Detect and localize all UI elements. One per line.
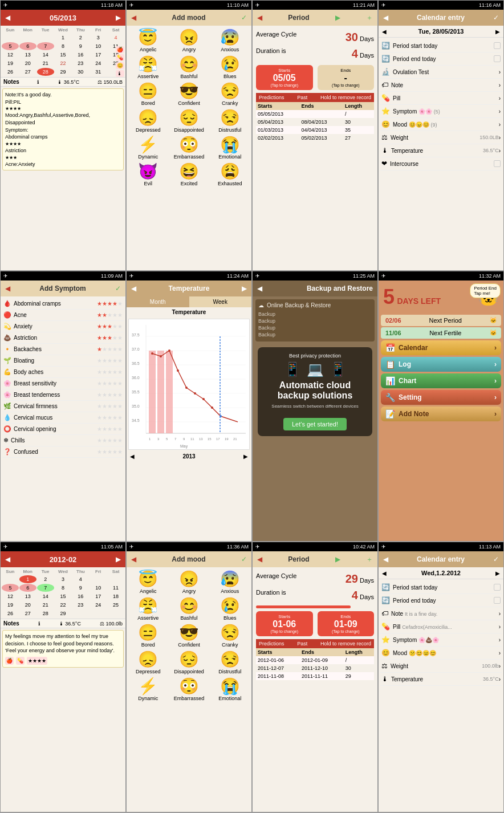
tab-week[interactable]: Week: [189, 296, 252, 307]
status-bar-r1c4: ✈ 11:16 AM: [379, 1, 503, 10]
mood-dynamic[interactable]: ⚡Dynamic: [129, 135, 168, 160]
get-started-btn[interactable]: Let's get started!: [283, 418, 347, 430]
mood2-depressed[interactable]: 😞Depressed: [129, 650, 168, 674]
mood-bored[interactable]: 😑Bored: [129, 82, 168, 106]
symptom-cervical-open[interactable]: ⭕ Cervical opening ★★★★★: [2, 424, 124, 435]
symptom-breast-sens[interactable]: 🌸 Breast sensitivity ★★★★★: [2, 378, 124, 389]
mood2-dynamic[interactable]: ⚡Dynamic: [129, 677, 168, 701]
mood-emotional[interactable]: 😭Emotional: [210, 135, 249, 160]
mood2-disappointed[interactable]: 😔Disappointed: [170, 650, 209, 674]
mood-grid-r3c2: 😇Angelic 😠Angry 😰Anxious 😤Assertive 😊Bas…: [127, 567, 251, 704]
svg-point-27: [211, 407, 213, 409]
header-r1c1: ◀ 05/2013 ▶: [1, 10, 125, 26]
entry-period-start[interactable]: 🔄 Period start today: [380, 39, 502, 52]
entry2-period-start[interactable]: 🔄 Period start today: [380, 581, 502, 594]
header-r2c3: ◀ Backup and Restore: [253, 281, 377, 296]
symptom-abdominal[interactable]: 🩸 Abdominal cramps ★★★★★: [2, 298, 124, 310]
header-r2c2: ◀ Temperature ▶: [127, 281, 251, 296]
header-r1c3: ◀ Period ▶ ＋: [253, 10, 377, 26]
next-period-row[interactable]: 02/06 Next Period 🐱: [381, 315, 501, 326]
nav-calendar[interactable]: 📅 Calendar ›: [381, 340, 501, 355]
nav-chart[interactable]: 📊 Chart ›: [381, 373, 501, 388]
symptom-bloating[interactable]: 🌱 Bloating ★★★★★: [2, 355, 124, 367]
nav-addnote[interactable]: 📝 Add Note ›: [381, 407, 501, 421]
entry2-temperature[interactable]: 🌡 Temperature 36.5°C ›: [380, 673, 502, 686]
entry-intercourse[interactable]: ❤ Intercourse: [380, 157, 502, 170]
mood-embarrassed[interactable]: 😳Embarrassed: [170, 135, 209, 160]
starts-date-box-2[interactable]: Starts 01-06 (Tap to change): [256, 611, 313, 636]
cell-r2c4: ✈ 11:32 AM 5 DAYS LEFT 🐱 Period EndTap m…: [378, 271, 504, 542]
ends-date-box-2[interactable]: Ends 01-09 (Tap to change): [318, 611, 375, 636]
symptom-bodyaches[interactable]: 💪 Body aches ★★★★★: [2, 367, 124, 378]
mood-confident[interactable]: 😎Confident: [170, 82, 209, 106]
svg-text:13: 13: [199, 437, 203, 441]
mood-cranky[interactable]: 😒Cranky: [210, 82, 249, 106]
symptom-cervical-mucus[interactable]: 💧 Cervical mucus ★★★★★: [2, 412, 124, 424]
mood2-angelic[interactable]: 😇Angelic: [129, 570, 168, 594]
entry2-note[interactable]: 🏷 Note It is a fine day. ›: [380, 607, 502, 620]
mood2-emotional[interactable]: 😭Emotional: [210, 677, 249, 701]
entry-pill[interactable]: 💊 Pill ›: [380, 92, 502, 105]
symptom-confused[interactable]: ❓ Confused ★★★★★: [2, 446, 124, 458]
mood-assertive[interactable]: 😤Assertive: [129, 55, 168, 79]
mood2-embarrassed[interactable]: 😳Embarrassed: [170, 677, 209, 701]
svg-text:34.5: 34.5: [132, 418, 140, 422]
cell-r1c4: ✈ 11:16 AM ◀ Calendar entry ✓ ◀ Tue, 28/…: [378, 0, 504, 271]
entry-symptom[interactable]: ⭐ Symptom 🌸🌸 (5) ›: [380, 105, 502, 118]
nav-log[interactable]: 📋 Log ›: [381, 357, 501, 372]
mood-evil[interactable]: 😈Evil: [129, 162, 168, 186]
symptom-backaches[interactable]: 🔸 Backaches ★★★★★: [2, 344, 124, 355]
symptom-anxiety[interactable]: 💫 Anxiety ★★★★★: [2, 321, 124, 332]
mood-anxious[interactable]: 😰Anxious: [210, 28, 249, 52]
period-end-bubble[interactable]: Period EndTap me!: [470, 283, 501, 298]
entry-period-end[interactable]: 🔄 Period end today: [380, 52, 502, 66]
side-icons: 🍎 💊 😊 🌡: [116, 46, 124, 77]
cell-r2c3: ✈ 11:25 AM ◀ Backup and Restore ☁ Online…: [252, 271, 378, 542]
entry-mood[interactable]: 😊 Mood 😊😠😊 (9) ›: [380, 118, 502, 131]
header-r3c3: ◀ Period ▶ ＋: [253, 551, 377, 567]
mood-depressed[interactable]: 😞Depressed: [129, 108, 168, 133]
mood-grid-r1c2: 😇Angelic 😠Angry 😰Anxious 😤Assertive 😊Bas…: [127, 26, 251, 189]
mood2-anxious[interactable]: 😰Anxious: [210, 570, 249, 594]
symptom-cervical-firm[interactable]: 🌿 Cervical firmness ★★★★★: [2, 401, 124, 412]
entry2-symptom[interactable]: ⭐ Symptom 🌸💩🌸 ›: [380, 633, 502, 647]
mood-angelic[interactable]: 😇Angelic: [129, 28, 168, 52]
entry2-period-end[interactable]: 🔄 Period end today: [380, 594, 502, 607]
svg-text:17: 17: [216, 437, 220, 441]
entry2-mood[interactable]: 😊 Mood 😕😊😐😊 ›: [380, 647, 502, 660]
mood2-cranky[interactable]: 😒Cranky: [210, 623, 249, 648]
entry-ovulation[interactable]: 🔬 Ovulation Test ›: [380, 66, 502, 79]
header-r3c1: ◀ 2012-02 ▶: [1, 551, 125, 567]
next-fertile-row[interactable]: 11/06 Next Fertile 🐱: [381, 327, 501, 339]
mood2-assertive[interactable]: 😤Assertive: [129, 596, 168, 621]
symptom-chills[interactable]: ❄ Chills ★★★★★: [2, 435, 124, 446]
header-r1c2: ◀ Add mood ✓: [127, 10, 251, 26]
entry-weight[interactable]: ⚖ Weight 150.0LB ›: [380, 131, 502, 144]
symptom-breast-tend[interactable]: 🌸 Breast tenderness ★★★★★: [2, 389, 124, 401]
mood-blues[interactable]: 😢Blues: [210, 55, 249, 79]
mood2-bored[interactable]: 😑Bored: [129, 623, 168, 648]
symptom-acne[interactable]: 🔴 Acne ★★★★★: [2, 310, 124, 321]
mood2-bashful[interactable]: 😊Bashful: [170, 596, 209, 621]
svg-text:37.5: 37.5: [132, 333, 140, 337]
mood-excited[interactable]: 😆Excited: [170, 162, 209, 186]
tab-month[interactable]: Month: [127, 296, 189, 307]
mood-distrustful[interactable]: 😒Distrustful: [210, 108, 249, 133]
mood2-blues[interactable]: 😢Blues: [210, 596, 249, 621]
mood-angry[interactable]: 😠Angry: [170, 28, 209, 52]
nav-setting[interactable]: 🔧 Setting ›: [381, 390, 501, 405]
mood-exhausted[interactable]: 😩Exhausted: [210, 162, 249, 186]
entry2-pill[interactable]: 💊 Pill Cefadrox(Amoxicilia... ›: [380, 620, 502, 633]
mood-disappointed[interactable]: 😔Disappointed: [170, 108, 209, 133]
starts-date-box[interactable]: Starts 05/05 (Tap to change): [256, 65, 313, 90]
ends-date-box[interactable]: Ends - (Tap to change): [318, 65, 375, 90]
mood2-confident[interactable]: 😎Confident: [170, 623, 209, 648]
symptom-astriction[interactable]: 💩 Astriction ★★★★★: [2, 332, 124, 344]
mood2-angry[interactable]: 😠Angry: [170, 570, 209, 594]
entry-temperature[interactable]: 🌡 Temperature 36.5°C ›: [380, 144, 502, 157]
entry2-weight[interactable]: ⚖ Weight 100.0lb ›: [380, 660, 502, 673]
mood-bashful[interactable]: 😊Bashful: [170, 55, 209, 79]
header-r1c4: ◀ Calendar entry ✓: [379, 10, 503, 26]
mood2-distrustful[interactable]: 😒Distrustful: [210, 650, 249, 674]
entry-note[interactable]: 🏷 Note ›: [380, 79, 502, 92]
